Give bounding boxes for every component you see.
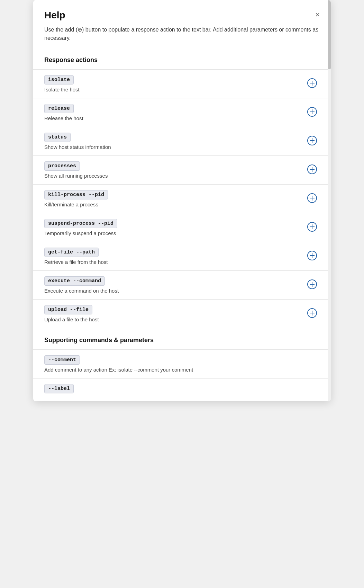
add-icon [307,107,317,117]
add-icon [307,251,317,260]
action-content: processes Show all running processes [44,161,304,179]
modal-description: Use the add (⊕) button to populate a res… [44,26,320,42]
action-badge: release [44,104,74,113]
action-description: Retrieve a file from the host [44,259,304,265]
add-execute-button[interactable] [304,278,320,292]
action-badge: --label [44,384,74,393]
action-description: Upload a file to the host [44,317,304,322]
list-item: --comment Add comment to any action Ex: … [33,349,331,378]
action-badge: upload --file [44,305,92,314]
add-icon [307,136,317,145]
response-actions-list: isolate Isolate the host release Release… [33,69,331,328]
action-content: --comment Add comment to any action Ex: … [44,355,320,373]
action-badge: get-file --path [44,248,99,257]
list-item: suspend-process --pid Temporarily suspen… [33,213,331,242]
action-description: Add comment to any action Ex: isolate --… [44,367,320,373]
action-description: Release the host [44,115,304,121]
action-content: upload --file Upload a file to the host [44,305,304,322]
action-content: get-file --path Retrieve a file from the… [44,248,304,265]
supporting-commands-title: Supporting commands & parameters [33,328,331,349]
add-status-button[interactable] [304,134,320,148]
action-description: Execute a command on the host [44,288,304,294]
action-badge: execute --command [44,276,105,286]
list-item: upload --file Upload a file to the host [33,299,331,328]
list-item: status Show host status information [33,127,331,155]
list-item: kill-process --pid Kill/terminate a proc… [33,184,331,213]
add-icon [307,78,317,88]
modal-title: Help [44,10,320,21]
scrollbar-track[interactable] [328,0,331,401]
close-button[interactable]: × [314,10,321,20]
response-actions-title: Response actions [33,48,331,69]
add-release-button[interactable] [304,106,320,119]
action-description: Isolate the host [44,87,304,92]
action-badge: isolate [44,75,74,84]
action-content: kill-process --pid Kill/terminate a proc… [44,190,304,207]
action-description: Show host status information [44,144,304,150]
supporting-commands-list: --comment Add comment to any action Ex: … [33,349,331,401]
action-description: Show all running processes [44,173,304,179]
add-icon [307,193,317,203]
add-icon [307,222,317,232]
action-content: --label [44,384,320,395]
help-modal: Help × Use the add (⊕) button to populat… [33,0,331,401]
response-actions-section: Response actions isolate Isolate the hos… [33,48,331,328]
action-content: status Show host status information [44,133,304,150]
action-description: Kill/terminate a process [44,202,304,207]
action-badge: --comment [44,355,80,365]
action-badge: status [44,133,71,142]
action-content: suspend-process --pid Temporarily suspen… [44,219,304,236]
action-badge: processes [44,161,80,171]
add-isolate-button[interactable] [304,77,320,91]
add-icon [307,308,317,318]
add-processes-button[interactable] [304,163,320,177]
list-item: processes Show all running processes [33,155,331,184]
action-content: release Release the host [44,104,304,121]
list-item: isolate Isolate the host [33,69,331,98]
action-description: Temporarily suspend a process [44,230,304,236]
action-badge: suspend-process --pid [44,219,117,228]
supporting-commands-section: Supporting commands & parameters --comme… [33,328,331,401]
action-content: execute --command Execute a command on t… [44,276,304,294]
list-item: get-file --path Retrieve a file from the… [33,242,331,270]
action-badge: kill-process --pid [44,190,108,199]
list-item: --label [33,378,331,401]
add-upload-button[interactable] [304,307,320,321]
modal-header: Help × Use the add (⊕) button to populat… [33,0,331,48]
add-kill-process-button[interactable] [304,192,320,206]
add-suspend-process-button[interactable] [304,221,320,234]
add-icon [307,279,317,289]
add-icon [307,164,317,174]
add-get-file-button[interactable] [304,249,320,263]
list-item: release Release the host [33,98,331,127]
list-item: execute --command Execute a command on t… [33,270,331,299]
action-content: isolate Isolate the host [44,75,304,92]
